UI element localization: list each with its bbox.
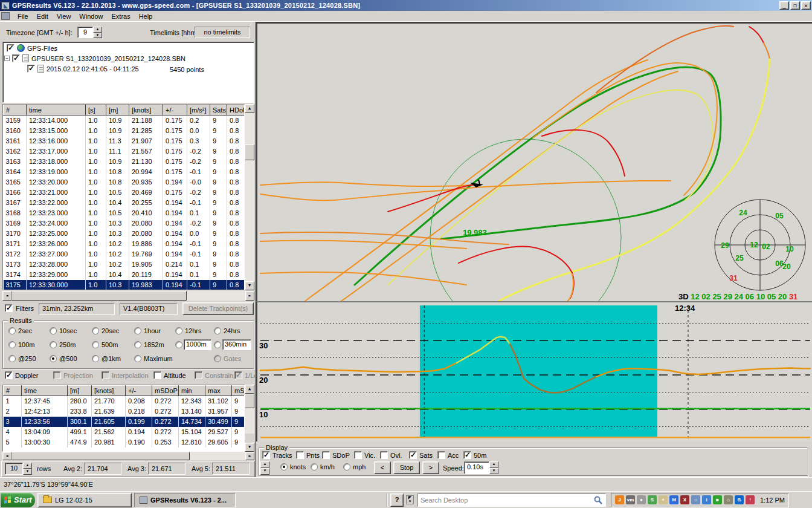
display-check-50m[interactable]: 50m [463, 451, 486, 459]
unit-radio-km/h[interactable]: km/h [311, 463, 335, 471]
display-check-pnts[interactable]: Pnts [296, 451, 320, 459]
checkbox[interactable] [102, 371, 109, 379]
radio-24hrs[interactable]: 24hrs [214, 327, 240, 334]
column-header[interactable]: mSats [232, 386, 245, 396]
speed-chart[interactable]: 10203012:34 [256, 301, 812, 441]
bluetooth-tray-icon[interactable]: B [735, 495, 744, 504]
display-check-tracks[interactable]: Tracks [262, 451, 292, 459]
title-bar[interactable]: GPSResults V6.123 - 22.10.2013 - www.gps… [0, 0, 812, 11]
rows-count-input[interactable]: 10 [5, 463, 23, 475]
track-map[interactable]: 19.983240529120210250620313D 12 02 25 29… [256, 22, 812, 301]
check-Projection[interactable]: Projection [53, 371, 93, 379]
checkbox[interactable] [380, 451, 388, 459]
playback-step-spinner[interactable]: ▲▼ [260, 461, 269, 475]
results-table-hscrollbar[interactable]: ◄ ► [2, 452, 254, 460]
table-row[interactable]: 413:04:09499.121.5620.1940.27215.10429.5… [4, 427, 245, 437]
radio-dot[interactable] [175, 327, 182, 334]
radio-12hrs[interactable]: 12hrs [175, 327, 202, 334]
radio-dot[interactable] [92, 341, 99, 348]
radio-dot[interactable] [92, 355, 99, 362]
display-check-sats[interactable]: Sats [409, 451, 433, 459]
column-header[interactable]: [s] [86, 105, 106, 116]
column-header[interactable]: min [179, 386, 205, 396]
radio-dot[interactable] [214, 355, 221, 362]
column-header[interactable]: # [4, 105, 27, 116]
trackpoint-table-hscrollbar[interactable]: ◄ ► [2, 291, 254, 301]
tree-node-root[interactable]: GPS-Files [7, 44, 57, 52]
radio-dot[interactable] [8, 327, 16, 334]
radio-@500[interactable]: @500 [50, 355, 77, 362]
radio-dot[interactable] [280, 463, 288, 471]
radio-dot[interactable] [134, 341, 141, 348]
radio-dot[interactable] [214, 341, 221, 348]
radio-Maximum[interactable]: Maximum [134, 355, 173, 362]
java-tray-icon[interactable]: J [615, 495, 624, 504]
radio-@250[interactable]: @250 [8, 355, 36, 362]
radio-1852m[interactable]: 1852m [134, 341, 164, 348]
table-row[interactable]: 315912:33:14.0001.010.921.1880.1750.290.… [4, 116, 245, 126]
checkbox[interactable] [53, 371, 61, 379]
table-row[interactable]: 316212:33:17.0001.011.121.5570.175-0.290… [4, 146, 245, 157]
column-header[interactable]: +/- [163, 105, 187, 116]
column-header[interactable]: Sats [210, 105, 227, 116]
table-row[interactable]: 317312:33:28.0001.010.219.9050.2140.190.… [4, 259, 245, 270]
table-row[interactable]: 312:33:56300.121.6050.1990.27214.73430.4… [4, 417, 245, 427]
table-row[interactable]: 316612:33:21.0001.010.520.4690.175-0.290… [4, 187, 245, 198]
radio-dot[interactable] [134, 327, 141, 334]
table-row[interactable]: 316012:33:15.0001.010.921.2850.1750.090.… [4, 126, 245, 136]
rows-spinner[interactable]: ▲▼ [23, 463, 32, 475]
column-header[interactable]: time [22, 386, 68, 396]
help-button[interactable]: ? [390, 493, 404, 507]
menu-window[interactable]: Window [75, 11, 107, 21]
table-row[interactable]: 317212:33:27.0001.010.219.7690.194-0.190… [4, 249, 245, 259]
buddy-tray-icon[interactable]: i [702, 495, 711, 504]
table-row[interactable]: 316812:33:23.0001.010.520.4100.1940.190.… [4, 208, 245, 218]
table-row[interactable]: 316712:33:22.0001.010.420.2550.194-0.190… [4, 198, 245, 208]
speed-input[interactable]: 0.10s [464, 461, 489, 474]
checkbox[interactable] [296, 451, 304, 459]
tree-node-file[interactable]: − GPSUSER S1_133201039_20150212_124028.S… [4, 54, 185, 62]
menu-file[interactable]: File [13, 11, 33, 21]
display-check-sdop[interactable]: SDoP [322, 451, 350, 459]
delete-trackpoints-button[interactable]: Delete Trackpoint(s) [182, 302, 254, 315]
desktop-toggle-icon[interactable]: ◤▾ [406, 495, 414, 504]
search-input[interactable]: Search Desktop [420, 497, 593, 504]
radio-dot[interactable] [50, 327, 57, 334]
check-Doppler[interactable]: Doppler [5, 371, 39, 379]
timelimits-value[interactable]: no timelimits [195, 27, 250, 38]
table-row[interactable]: 317112:33:26.0001.010.219.8860.194-0.190… [4, 239, 245, 249]
task-button[interactable]: GPSResults V6.123 - 2... [134, 493, 236, 507]
radio-dot[interactable] [134, 355, 141, 362]
start-button[interactable]: Start [1, 493, 35, 507]
castle-tray-icon[interactable]: ⌂ [724, 495, 733, 504]
shield-tray-icon[interactable]: ! [746, 495, 755, 504]
menu-edit[interactable]: Edit [33, 11, 53, 21]
table-row[interactable]: 317512:33:30.0001.010.319.9830.194-0.190… [4, 280, 245, 290]
mouse-tray-icon[interactable]: + [659, 495, 668, 504]
table-row[interactable]: 513:00:30474.920.9810.1900.25312.81029.6… [4, 437, 245, 448]
column-header[interactable]: mSDoP [152, 386, 179, 396]
trackpoint-table-vscrollbar[interactable]: ▲ ▼ [245, 104, 254, 290]
restore-button[interactable]: ❐ [790, 1, 800, 10]
stop-button[interactable]: Stop [393, 461, 420, 474]
radio-2sec[interactable]: 2sec [8, 327, 32, 334]
checkbox[interactable] [354, 451, 362, 459]
minimize-button[interactable]: _ [779, 1, 789, 10]
radio-1hour[interactable]: 1hour [134, 327, 161, 334]
search-icon[interactable] [593, 495, 603, 505]
task-button[interactable]: LG 12-02-15 [37, 493, 132, 507]
checkbox[interactable] [409, 451, 417, 459]
custom-distance-input[interactable]: 1000m [184, 339, 211, 350]
checkbox[interactable] [437, 451, 445, 459]
cube-tray-icon[interactable]: ■ [713, 495, 722, 504]
speed-spinner[interactable]: ▲▼ [489, 461, 498, 474]
radio-dot[interactable] [50, 341, 57, 348]
unit-radio-knots[interactable]: knots [280, 463, 306, 471]
radio-dot[interactable] [214, 327, 221, 334]
trackpoint-table[interactable]: #time[s][m][knots]+/-[m/s²]SatsHDoP31591… [2, 104, 245, 290]
radio-500m[interactable]: 500m [92, 341, 118, 348]
radio-dot[interactable] [175, 341, 182, 348]
column-header[interactable]: HDoP [227, 105, 245, 116]
checkbox[interactable] [5, 371, 13, 379]
table-row[interactable]: 112:37:45280.021.7700.2080.27212.34331.1… [4, 396, 245, 406]
